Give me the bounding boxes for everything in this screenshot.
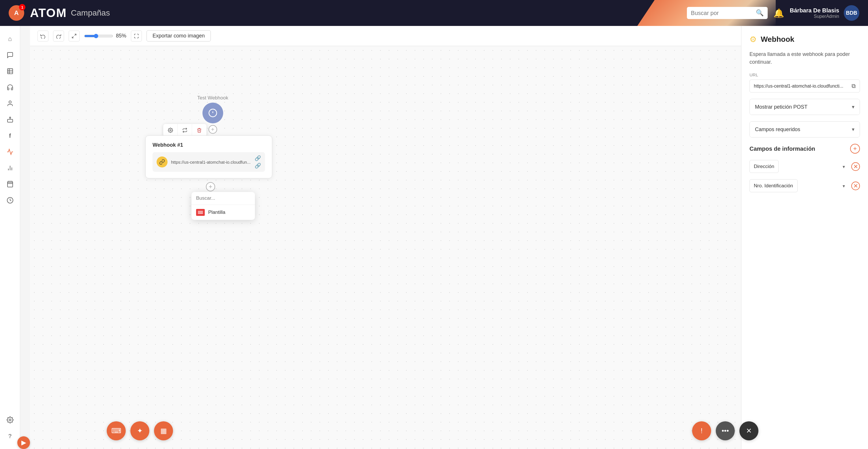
sidebar-item-inbox[interactable]: [3, 177, 17, 191]
webhook-link-icon-1[interactable]: 🔗: [255, 155, 261, 161]
node-settings-button[interactable]: [163, 124, 178, 137]
required-fields-toggle[interactable]: Campos requeridos ▾: [750, 122, 860, 137]
warning-button[interactable]: !: [692, 421, 711, 440]
keyboard-button[interactable]: ⌨: [107, 421, 126, 440]
node-redirect-button[interactable]: [178, 124, 192, 137]
app-avatar[interactable]: A 1: [9, 5, 24, 21]
svg-rect-0: [7, 69, 13, 74]
field-select-wrapper-2: Nro. Identificación: [749, 179, 848, 192]
panel-header: ⚙ Webhook: [749, 35, 860, 44]
bottom-toolbar-right: ! ••• ✕: [692, 421, 758, 440]
trigger-circle[interactable]: [203, 103, 223, 123]
sidebar-item-help[interactable]: ?: [3, 429, 17, 443]
zoom-slider[interactable]: [84, 34, 113, 38]
svg-line-11: [72, 36, 73, 38]
canvas-area[interactable]: Test Webhook + Inicio #1: [30, 46, 741, 449]
webhook-panel-icon: ⚙: [749, 35, 757, 44]
webhook-node: Webhook #1 https://us-central1-atomchat-…: [145, 135, 272, 179]
main-layout: ⌂ f ?: [0, 26, 868, 449]
add-field-button[interactable]: +: [850, 144, 860, 154]
sidebar-item-facebook[interactable]: f: [3, 129, 17, 143]
url-value: https://us-central1-atomchat-io.cloudfun…: [754, 84, 849, 89]
webhook-link-icon-2[interactable]: 🔗: [255, 163, 261, 169]
panel-url-section: URL https://us-central1-atomchat-io.clou…: [749, 72, 860, 93]
user-role: SuperAdmin: [790, 14, 839, 19]
svg-point-3: [9, 117, 11, 118]
url-label: URL: [749, 72, 860, 77]
post-request-chevron-icon: ▾: [852, 104, 855, 110]
zoom-label: 85%: [116, 33, 126, 39]
webhook-node-title: Webhook #1: [153, 142, 265, 148]
user-name: Bárbara De Blasis: [790, 7, 839, 14]
svg-rect-2: [7, 119, 13, 122]
svg-line-10: [75, 34, 76, 35]
main-content: 85% Exportar como imagen Test Webhook + …: [30, 26, 741, 449]
sidebar-item-chat[interactable]: [3, 48, 17, 62]
notification-badge: 1: [19, 4, 25, 10]
fullscreen-button[interactable]: [131, 31, 142, 41]
topnav: A 1 ATOM Campañas 🔍 🔔 Bárbara De Blasis …: [0, 0, 868, 26]
user-avatar[interactable]: BDB: [844, 5, 859, 21]
user-profile: Bárbara De Blasis SuperAdmin BDB: [790, 5, 859, 21]
dropdown-search-input[interactable]: [196, 195, 250, 201]
copy-url-button[interactable]: ⧉: [851, 83, 856, 89]
grid-button[interactable]: ▦: [154, 421, 173, 440]
post-request-label: Mostrar petición POST: [755, 104, 807, 110]
template-icon: [196, 209, 205, 216]
node-add-button[interactable]: +: [206, 182, 215, 191]
zoom-control: 85%: [84, 33, 126, 39]
remove-field-1-button[interactable]: ✕: [851, 162, 860, 171]
sidebar-item-campaign[interactable]: [3, 145, 17, 159]
expand-button[interactable]: [69, 31, 80, 41]
panel-title: Webhook: [761, 35, 795, 44]
search-input[interactable]: [691, 10, 753, 17]
redo-button[interactable]: [53, 31, 64, 41]
topnav-logo: ATOM Campañas: [30, 6, 681, 20]
page-title: Campañas: [71, 8, 110, 18]
field-row-2: Nro. Identificación ✕: [749, 179, 860, 192]
sidebar-item-bot[interactable]: [3, 113, 17, 127]
magic-button[interactable]: ✦: [130, 421, 149, 440]
sidebar-item-user[interactable]: [3, 96, 17, 111]
sidebar: ⌂ f ?: [0, 26, 20, 449]
sidebar-toggle-button[interactable]: ▶: [17, 436, 30, 449]
required-fields-accordion: Campos requeridos ▾: [749, 121, 860, 137]
search-box[interactable]: 🔍: [687, 7, 768, 19]
url-box: https://us-central1-atomchat-io.cloudfun…: [749, 79, 860, 93]
trigger-add-button[interactable]: +: [209, 125, 217, 134]
field-select-wrapper-1: Dirección: [749, 160, 848, 173]
sidebar-item-settings[interactable]: [3, 413, 17, 427]
required-fields-chevron-icon: ▾: [852, 126, 855, 133]
svg-point-1: [9, 101, 11, 103]
dropdown-item-label: Plantilla: [208, 210, 225, 215]
field-select-2[interactable]: Nro. Identificación: [749, 179, 798, 192]
post-request-toggle[interactable]: Mostrar petición POST ▾: [750, 99, 860, 115]
trigger-label: Test Webhook: [197, 95, 228, 101]
node-delete-button[interactable]: [192, 124, 207, 137]
webhook-node-icon: [157, 157, 167, 167]
sidebar-item-home[interactable]: ⌂: [3, 32, 17, 46]
undo-button[interactable]: [37, 31, 49, 41]
sidebar-item-headset[interactable]: [3, 80, 17, 95]
logo-text: ATOM: [30, 6, 67, 20]
dropdown-item-template[interactable]: Plantilla: [191, 205, 255, 220]
webhook-url-text: https://us-central1-atomchat-io.cloudfun…: [171, 160, 251, 165]
export-button[interactable]: Exportar como imagen: [147, 30, 211, 41]
notification-bell-icon[interactable]: 🔔: [773, 8, 784, 18]
remove-field-2-button[interactable]: ✕: [851, 182, 860, 190]
info-fields-label: Campos de información: [749, 146, 815, 152]
node-action-toolbar: [163, 124, 207, 137]
post-request-accordion: Mostrar petición POST ▾: [749, 99, 860, 115]
node-type-dropdown: Plantilla: [191, 192, 255, 220]
sidebar-item-clock[interactable]: [3, 193, 17, 207]
more-options-button[interactable]: •••: [716, 421, 735, 440]
field-select-1[interactable]: Dirección: [749, 160, 779, 173]
sidebar-item-table[interactable]: [3, 64, 17, 78]
required-fields-label: Campos requeridos: [755, 127, 800, 133]
sidebar-item-chart[interactable]: [3, 161, 17, 175]
search-icon: 🔍: [756, 9, 764, 17]
right-panel: ⚙ Webhook Espera llamada a este webhook …: [741, 26, 868, 449]
field-row-1: Dirección ✕: [749, 160, 860, 173]
close-flow-button[interactable]: ✕: [739, 421, 758, 440]
panel-description: Espera llamada a este webhook para poder…: [749, 51, 860, 66]
